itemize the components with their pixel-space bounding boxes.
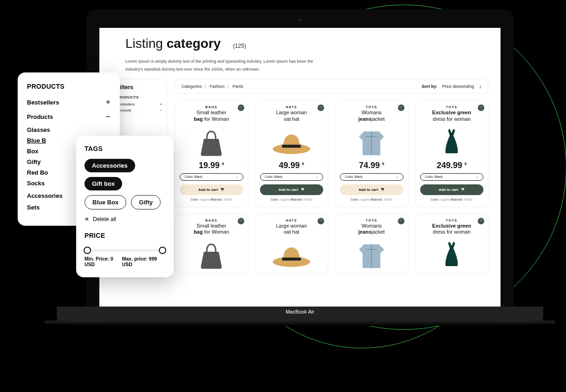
cart-icon (300, 187, 305, 192)
product-category: TOYS (420, 219, 484, 222)
filter-bestsellers[interactable]: Bestsellers+ (117, 102, 162, 106)
product-meta: Color: organe Material: Plastic (180, 198, 243, 201)
page-description: Lorem Ipsum is simply dummy text of the … (125, 58, 320, 73)
product-image (260, 126, 324, 159)
product-category: BAGS (180, 219, 243, 222)
wishlist-button[interactable]: ♡ (318, 218, 324, 224)
product-image (340, 239, 403, 272)
tags-panel: TAGS Accessories Gift box Blue Box Gifty… (76, 136, 174, 277)
product-category: TOYS (340, 105, 403, 109)
price-min-label: Min. Price: 0 USD (85, 256, 122, 267)
delete-all-button[interactable]: ✕ Delete all (85, 216, 165, 222)
color-select[interactable]: Color: Black⌄ (260, 173, 324, 181)
cart-icon (461, 187, 465, 192)
product-name: Womans jeansjacket (340, 223, 403, 236)
price-range-slider[interactable] (85, 249, 165, 251)
color-select[interactable]: Color: Black⌄ (340, 173, 403, 181)
topbar: Categories/ Fashion/ Pants Sort by: Pric… (175, 79, 488, 94)
chevron-down-icon: ⌄ (475, 175, 478, 179)
product-image (260, 239, 324, 272)
svg-rect-3 (282, 258, 301, 261)
product-card: ♡ TOYS Womans jeansjacket 74.99 $ Color:… (335, 100, 409, 207)
product-price: 49.99 $ (260, 161, 324, 170)
product-meta: Color: organe Material: Plastic (340, 198, 403, 201)
wishlist-button[interactable]: ♡ (398, 218, 404, 224)
product-card: ♡ TOYS Exclusive greendress for woman (415, 214, 489, 274)
product-price: 74.99 $ (340, 161, 403, 170)
product-card: ♡ BAGS Small leatherbag for Woman 19.99 … (175, 100, 248, 207)
result-count: (125) (233, 43, 246, 49)
product-image (420, 126, 484, 159)
close-icon: ✕ (85, 216, 89, 222)
wishlist-button[interactable]: ♡ (398, 105, 404, 111)
chip-gift-box[interactable]: Gift box (85, 177, 122, 190)
product-name: Exclusive greendress for woman (420, 223, 484, 236)
product-category: HATS (260, 219, 324, 222)
nav-glasses[interactable]: Glasses (27, 126, 111, 133)
plus-icon: + (105, 98, 111, 107)
cart-icon (380, 187, 384, 192)
product-image (180, 239, 243, 272)
product-category: TOYS (340, 219, 403, 222)
breadcrumb: Categories/ Fashion/ Pants (182, 84, 243, 89)
sort-arrow-icon: ↓ (479, 83, 481, 90)
chip-blue-box[interactable]: Blue Box (85, 195, 126, 209)
product-meta: Color: organe Material: Plastic (420, 198, 484, 201)
svg-rect-1 (282, 144, 301, 147)
product-category: HATS (260, 105, 324, 109)
filters-section-products: PRODUCTS (117, 95, 162, 99)
chevron-down-icon: ⌄ (315, 175, 318, 179)
wishlist-button[interactable]: ♡ (478, 218, 484, 224)
add-to-cart-button[interactable]: Add to cart (340, 184, 403, 195)
product-meta: Color: organe Material: Plastic (260, 198, 324, 201)
product-name: Womans jeansjacket (340, 110, 403, 123)
chevron-down-icon: ⌄ (235, 175, 238, 179)
page-title: Listing category (125) (125, 36, 482, 51)
filter-products[interactable]: Products− (117, 108, 162, 112)
chip-accessories[interactable]: Accessories (85, 159, 135, 172)
minus-icon: − (160, 108, 162, 112)
product-image (180, 126, 243, 159)
filters-title: Filters (117, 84, 162, 91)
add-to-cart-button[interactable]: Add to cart (420, 184, 484, 195)
nav-bestsellers[interactable]: Bestsellers+ (27, 98, 111, 107)
product-name: Large womanoat hat (260, 110, 324, 123)
price-header: PRICE (85, 232, 165, 239)
product-image (340, 126, 403, 159)
add-to-cart-button[interactable]: Add to cart (180, 184, 243, 195)
camera-dot (299, 19, 301, 21)
minus-icon: − (105, 112, 111, 122)
product-name: Exclusive greendress for woman (420, 110, 484, 123)
products-panel-header: PRODUCTS (27, 83, 111, 90)
cart-icon (220, 187, 224, 192)
product-card: ♡ HATS Large womanoat hat 49.99 $ Color:… (255, 100, 329, 207)
tags-header: TAGS (85, 145, 165, 152)
plus-icon: + (160, 102, 162, 106)
price-max-label: Max. price: 999 USD (122, 256, 165, 267)
product-category: BAGS (180, 105, 243, 109)
product-card: ♡ TOYS Exclusive greendress for woman 24… (415, 100, 489, 207)
product-name: Large womanoat hat (260, 223, 324, 236)
color-select[interactable]: Color: Black⌄ (420, 173, 484, 181)
chip-gifty[interactable]: Gifty (131, 195, 161, 209)
crumb-pants[interactable]: Pants (233, 84, 243, 89)
product-card: ♡ BAGS Small leatherbag for Woman (175, 214, 248, 274)
color-select[interactable]: Color: Black⌄ (180, 173, 243, 181)
chevron-down-icon: ⌄ (396, 175, 398, 179)
product-card: ♡ TOYS Womans jeansjacket (335, 214, 409, 274)
product-price: 19.99 $ (180, 161, 243, 170)
crumb-fashion[interactable]: Fashion (210, 84, 225, 89)
wishlist-button[interactable]: ♡ (238, 218, 244, 224)
laptop-base: MacBook Air (57, 307, 543, 322)
sort-control[interactable]: Sort by: Price descending ↓ (422, 83, 481, 90)
crumb-categories[interactable]: Categories (182, 84, 202, 89)
product-category: TOYS (420, 105, 484, 109)
product-card: ♡ HATS Large womanoat hat (255, 214, 329, 274)
add-to-cart-button[interactable]: Add to cart (260, 184, 324, 195)
product-image (420, 239, 484, 272)
product-name: Small leatherbag for Woman (180, 110, 243, 123)
product-price: 249.99 $ (420, 161, 484, 170)
nav-products[interactable]: Products− (27, 112, 111, 122)
product-name: Small leatherbag for Woman (180, 223, 243, 236)
wishlist-button[interactable]: ♡ (238, 105, 244, 111)
